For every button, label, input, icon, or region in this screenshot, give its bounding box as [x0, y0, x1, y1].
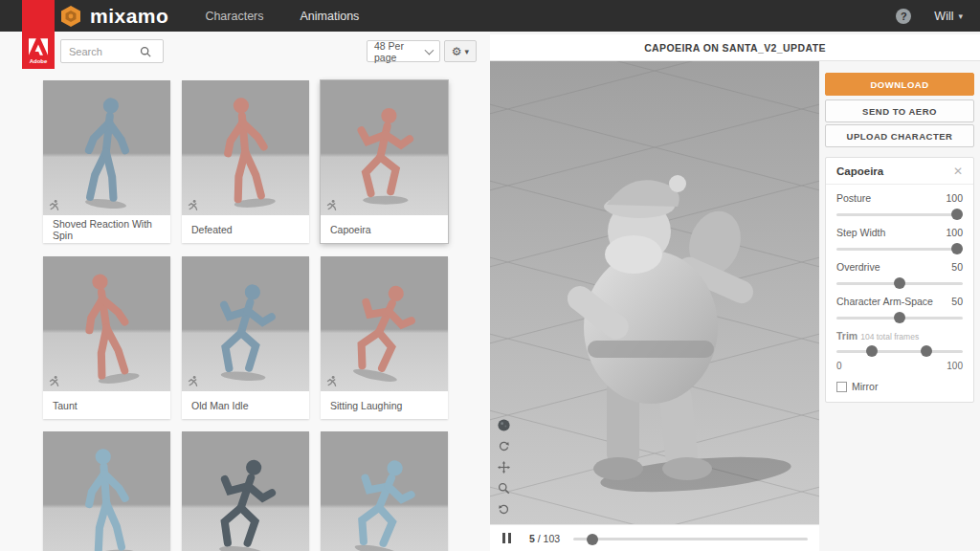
slider-character-arm-space: Character Arm-Space 50	[836, 296, 963, 323]
trim-max: 100	[947, 361, 963, 371]
timeline-scrubber[interactable]	[573, 532, 808, 545]
pause-button[interactable]	[502, 533, 511, 543]
animation-card-selected[interactable]: Capoeira	[321, 80, 448, 243]
per-page-select[interactable]: 48 Per page	[367, 40, 440, 62]
slider-label: Step Width	[836, 227, 885, 238]
runner-icon	[325, 199, 338, 211]
chevron-down-icon: ▾	[958, 11, 963, 21]
animation-name: Defeated	[182, 215, 309, 243]
reset-icon[interactable]	[496, 501, 511, 517]
animation-card[interactable]: Sitting Laughing	[321, 256, 448, 419]
viewer-title: CAPOEIRA ON SANTA_V2_UPDATE	[490, 34, 980, 61]
animation-settings-panel: Capoeira ✕ Posture 100 Step Width 100 Ov…	[825, 157, 974, 403]
brand-name: mixamo	[90, 5, 168, 28]
search-icon	[140, 46, 151, 57]
animation-name: Shoved Reaction With Spin	[43, 215, 170, 243]
animation-card[interactable]: Defeated	[182, 80, 309, 243]
search-box	[60, 39, 164, 63]
animation-name: Taunt	[43, 391, 170, 419]
slider-track[interactable]	[836, 209, 963, 220]
animation-card[interactable]	[43, 431, 170, 551]
animation-thumbnail	[43, 431, 170, 551]
slider-handle[interactable]	[951, 243, 963, 254]
zoom-icon[interactable]	[496, 480, 511, 496]
slider-posture: Posture 100	[836, 192, 963, 220]
animation-thumbnail	[321, 256, 448, 391]
trim-start-handle[interactable]	[866, 345, 878, 357]
scrubber-handle[interactable]	[587, 534, 598, 545]
frame-counter: 5 / 103	[529, 533, 560, 544]
download-button[interactable]: DOWNLOAD	[825, 73, 974, 96]
playback-bar: 5 / 103	[490, 524, 819, 551]
trackball-icon[interactable]	[496, 417, 511, 432]
runner-icon	[187, 199, 199, 211]
santa-character-model	[519, 119, 796, 501]
slider-value: 100	[946, 227, 963, 238]
animations-panel: 48 Per page ⚙ ▾ Shoved Reaction With Spi…	[0, 32, 490, 551]
per-page-value: 48 Per page	[374, 40, 426, 63]
adobe-a-icon	[29, 38, 48, 55]
rotate-icon[interactable]	[496, 438, 511, 453]
user-name: Will	[934, 10, 953, 23]
frame-current: 5	[529, 533, 535, 544]
animation-thumbnail	[182, 256, 309, 391]
viewport-tools	[496, 417, 511, 524]
send-to-aero-button[interactable]: SEND TO AERO	[825, 99, 974, 122]
adobe-logo[interactable]: Adobe	[22, 0, 55, 69]
animation-name: Old Man Idle	[182, 391, 309, 419]
slider-overdrive: Overdrive 50	[836, 261, 963, 289]
pan-icon[interactable]	[496, 459, 511, 474]
animation-thumbnail	[182, 80, 309, 215]
right-sidebar: DOWNLOAD SEND TO AERO UPLOAD CHARACTER C…	[819, 61, 980, 551]
frame-total: 103	[544, 533, 561, 544]
slider-trim: Trim104 total frames 0 100	[836, 330, 963, 371]
animation-name: Sitting Laughing	[321, 391, 448, 419]
help-icon[interactable]: ?	[896, 9, 911, 24]
close-icon[interactable]: ✕	[953, 165, 963, 178]
trim-end-handle[interactable]	[921, 345, 932, 357]
runner-icon	[48, 199, 60, 211]
mirror-checkbox[interactable]	[836, 382, 847, 392]
scrubber-track[interactable]	[573, 538, 808, 540]
animation-card[interactable]: Taunt	[43, 256, 170, 419]
slider-label: Posture	[836, 192, 871, 204]
runner-icon	[325, 375, 338, 387]
slider-track[interactable]	[836, 312, 963, 323]
user-menu[interactable]: Will ▾	[934, 10, 963, 23]
animation-card[interactable]: Shoved Reaction With Spin	[43, 80, 170, 243]
slider-handle[interactable]	[894, 312, 905, 323]
settings-button[interactable]: ⚙ ▾	[444, 40, 477, 62]
mirror-label: Mirror	[852, 381, 878, 392]
runner-icon	[48, 375, 60, 387]
adobe-word: Adobe	[30, 58, 48, 64]
slider-step-width: Step Width 100	[836, 227, 963, 254]
trim-min: 0	[836, 361, 842, 371]
slider-track[interactable]	[836, 277, 963, 289]
animation-card[interactable]: Old Man Idle	[182, 256, 309, 419]
slider-value: 50	[951, 261, 963, 273]
search-input[interactable]	[61, 46, 138, 57]
nav-characters[interactable]: Characters	[205, 10, 263, 23]
animation-thumbnail	[182, 431, 309, 551]
runner-icon	[187, 375, 199, 387]
animation-thumbnail	[43, 80, 170, 215]
animation-card[interactable]	[182, 431, 309, 551]
mixamo-hexagon-icon	[59, 5, 82, 28]
gear-icon: ⚙	[452, 45, 462, 58]
3d-viewport[interactable]	[490, 61, 819, 524]
panel-title: Capoeira	[836, 165, 883, 177]
animation-card[interactable]	[321, 431, 448, 551]
top-navbar: mixamo Characters Animations ? Will ▾	[0, 0, 980, 32]
nav-animations[interactable]: Animations	[301, 10, 360, 23]
slider-handle[interactable]	[951, 209, 963, 220]
slider-track[interactable]	[836, 243, 963, 254]
trim-track[interactable]	[836, 345, 963, 357]
animation-thumbnail	[43, 256, 170, 391]
slider-label: Character Arm-Space	[836, 296, 933, 307]
trim-label: Trim	[836, 330, 858, 342]
slider-handle[interactable]	[894, 277, 905, 289]
mixamo-logo[interactable]: mixamo	[59, 5, 168, 28]
slider-label: Overdrive	[836, 261, 880, 273]
animation-thumbnail	[321, 431, 448, 551]
upload-character-button[interactable]: UPLOAD CHARACTER	[825, 124, 974, 147]
